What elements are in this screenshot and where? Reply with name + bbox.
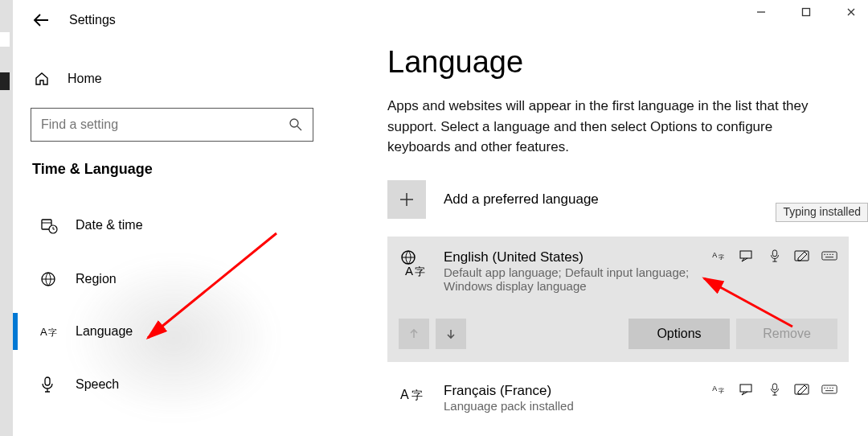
keyboard-icon bbox=[821, 249, 837, 262]
section-header: Time & Language bbox=[32, 161, 331, 178]
app-title: Settings bbox=[69, 13, 116, 27]
svg-rect-30 bbox=[740, 385, 751, 392]
svg-text:字: 字 bbox=[411, 389, 423, 401]
page-title: Language bbox=[387, 45, 849, 80]
language-a-icon: A字 bbox=[399, 249, 428, 278]
sidebar: Settings Home Time & Language Date & tim… bbox=[13, 0, 350, 436]
nav-label: Language bbox=[76, 324, 133, 339]
microphone-icon bbox=[40, 376, 58, 393]
language-item[interactable]: A字 Français (France) Language pack insta… bbox=[387, 370, 849, 426]
language-item[interactable]: A字 English (United States) Default app l… bbox=[387, 237, 849, 362]
search-icon bbox=[289, 117, 303, 132]
sidebar-item-home[interactable]: Home bbox=[29, 64, 331, 93]
home-icon bbox=[34, 71, 50, 87]
tooltip: Typing installed bbox=[776, 203, 868, 222]
handwriting-icon bbox=[794, 383, 810, 396]
svg-point-2 bbox=[290, 119, 298, 127]
keyboard-icon bbox=[821, 383, 837, 396]
svg-rect-10 bbox=[45, 377, 50, 385]
add-label: Add a preferred language bbox=[444, 191, 599, 208]
svg-text:A: A bbox=[400, 388, 409, 401]
svg-text:A: A bbox=[712, 384, 717, 392]
move-down-button[interactable] bbox=[436, 319, 466, 349]
browser-edge bbox=[0, 0, 13, 436]
sidebar-item-language[interactable]: A字 Language bbox=[29, 313, 331, 350]
language-badges: A字 bbox=[712, 249, 837, 262]
svg-text:A: A bbox=[40, 326, 47, 338]
svg-rect-33 bbox=[822, 385, 837, 393]
nav-label: Region bbox=[76, 272, 117, 286]
main-content: Language Apps and websites will appear i… bbox=[350, 0, 868, 436]
svg-text:字: 字 bbox=[48, 327, 57, 337]
sidebar-item-datetime[interactable]: Date & time bbox=[29, 205, 331, 245]
page-description: Apps and websites will appear in the fir… bbox=[387, 96, 837, 158]
sidebar-item-region[interactable]: Region bbox=[29, 260, 331, 298]
plus-icon[interactable] bbox=[387, 180, 426, 219]
svg-line-3 bbox=[297, 126, 301, 130]
svg-text:字: 字 bbox=[719, 388, 724, 394]
svg-rect-31 bbox=[772, 383, 776, 389]
language-icon: A字 bbox=[40, 324, 58, 339]
svg-rect-20 bbox=[822, 252, 837, 260]
options-button[interactable]: Options bbox=[628, 319, 730, 349]
settings-window: Settings Home Time & Language Date & tim… bbox=[13, 0, 868, 436]
svg-text:A: A bbox=[405, 264, 413, 278]
language-name: Français (France) bbox=[444, 383, 696, 399]
svg-rect-17 bbox=[740, 251, 751, 258]
remove-button[interactable]: Remove bbox=[736, 319, 837, 349]
search-field[interactable] bbox=[41, 117, 289, 132]
back-icon[interactable] bbox=[32, 13, 50, 27]
svg-text:A: A bbox=[712, 250, 717, 258]
sidebar-item-speech[interactable]: Speech bbox=[29, 364, 331, 405]
move-up-button[interactable] bbox=[399, 319, 429, 349]
language-a-icon: A字 bbox=[399, 383, 428, 404]
home-label: Home bbox=[68, 72, 102, 86]
display-lang-icon: A字 bbox=[712, 383, 728, 396]
speech-icon bbox=[767, 383, 783, 396]
speech-icon bbox=[767, 249, 783, 262]
nav-label: Date & time bbox=[76, 218, 143, 232]
text-to-speech-icon bbox=[739, 249, 755, 262]
handwriting-icon bbox=[794, 249, 810, 262]
globe-icon bbox=[40, 271, 58, 287]
nav-label: Speech bbox=[76, 377, 119, 392]
text-to-speech-icon bbox=[739, 383, 755, 396]
header-row: Settings bbox=[29, 13, 331, 27]
svg-text:字: 字 bbox=[415, 265, 425, 278]
search-input[interactable] bbox=[31, 108, 313, 142]
language-subtitle: Language pack installed bbox=[444, 399, 696, 413]
clock-calendar-icon bbox=[40, 216, 58, 234]
svg-text:字: 字 bbox=[719, 254, 724, 261]
language-name: English (United States) bbox=[444, 249, 696, 265]
svg-rect-18 bbox=[772, 249, 776, 256]
language-subtitle: Default app language; Default input lang… bbox=[444, 265, 696, 293]
display-lang-icon: A字 bbox=[712, 249, 728, 262]
language-badges: A字 bbox=[712, 383, 837, 396]
